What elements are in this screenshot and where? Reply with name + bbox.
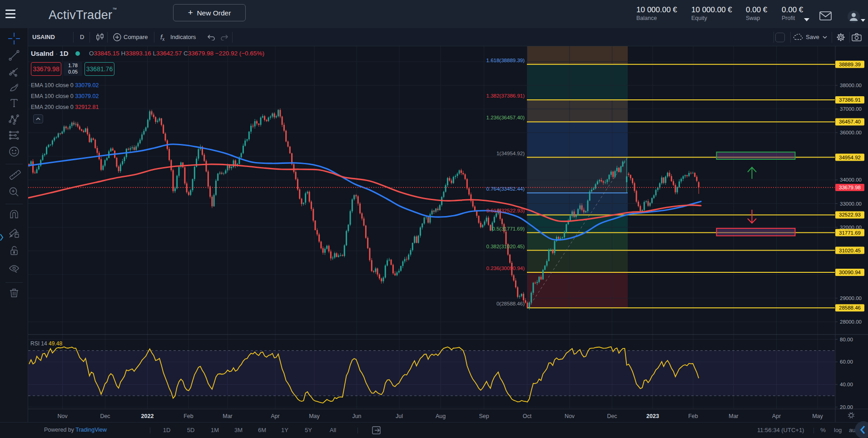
svg-text:28000.00: 28000.00: [840, 319, 862, 325]
svg-text:36457.40: 36457.40: [839, 119, 861, 124]
svg-text:Dec: Dec: [100, 413, 110, 419]
svg-text:37000.00: 37000.00: [840, 106, 862, 112]
svg-text:32522.93: 32522.93: [839, 212, 861, 217]
svg-text:Apr: Apr: [772, 413, 781, 419]
svg-text:80.00: 80.00: [840, 337, 853, 342]
svg-text:0.236(30090.94): 0.236(30090.94): [486, 266, 525, 271]
svg-text:Sep: Sep: [479, 413, 489, 419]
svg-text:28588.46: 28588.46: [839, 305, 861, 310]
svg-text:33679.98: 33679.98: [839, 185, 861, 190]
svg-text:2023: 2023: [646, 413, 659, 419]
svg-text:1(34954.92): 1(34954.92): [496, 151, 525, 156]
svg-text:0.5(31771.69): 0.5(31771.69): [492, 226, 525, 231]
svg-text:Aug: Aug: [436, 413, 446, 419]
svg-text:37386.91: 37386.91: [839, 97, 861, 103]
svg-text:36000.00: 36000.00: [840, 130, 862, 135]
svg-text:Mar: Mar: [729, 413, 739, 419]
svg-text:0.618(32522.93): 0.618(32522.93): [486, 208, 525, 213]
svg-text:0(28588.46): 0(28588.46): [496, 301, 525, 306]
svg-text:31020.45: 31020.45: [839, 248, 861, 253]
svg-text:Dec: Dec: [607, 413, 617, 419]
svg-text:40.00: 40.00: [840, 382, 853, 387]
svg-text:1.236(36457.40): 1.236(36457.40): [486, 115, 525, 120]
svg-text:29000.00: 29000.00: [840, 295, 862, 301]
svg-text:38889.39: 38889.39: [839, 62, 861, 67]
svg-text:Feb: Feb: [688, 413, 698, 419]
svg-text:May: May: [309, 413, 320, 419]
svg-text:Apr: Apr: [271, 413, 279, 419]
svg-text:38000.00: 38000.00: [840, 83, 862, 88]
svg-text:May: May: [812, 413, 823, 419]
svg-text:20.00: 20.00: [840, 404, 853, 410]
svg-text:60.00: 60.00: [840, 359, 853, 364]
svg-text:Feb: Feb: [184, 413, 193, 419]
svg-text:Mar: Mar: [223, 413, 233, 419]
svg-text:Jun: Jun: [352, 413, 361, 419]
svg-text:Nov: Nov: [565, 413, 575, 419]
svg-text:31771.69: 31771.69: [839, 230, 861, 236]
svg-text:34000.00: 34000.00: [840, 177, 862, 182]
svg-text:0.382(31020.45): 0.382(31020.45): [486, 244, 525, 249]
svg-text:33000.00: 33000.00: [840, 201, 862, 207]
svg-text:1.618(38889.39): 1.618(38889.39): [486, 58, 525, 63]
svg-text:Nov: Nov: [57, 413, 68, 419]
svg-text:34954.92: 34954.92: [839, 155, 861, 160]
svg-text:2022: 2022: [141, 413, 154, 419]
svg-text:0.764(33452.44): 0.764(33452.44): [486, 186, 525, 192]
svg-text:1.382(37386.91): 1.382(37386.91): [486, 93, 525, 98]
svg-text:30090.94: 30090.94: [839, 270, 861, 275]
svg-text:Jul: Jul: [396, 413, 403, 419]
svg-text:Oct: Oct: [523, 413, 532, 419]
